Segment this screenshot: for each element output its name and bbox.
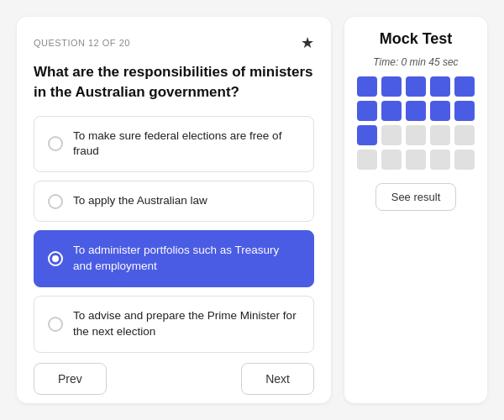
option-a[interactable]: To make sure federal elections are free … (34, 116, 314, 173)
see-result-button[interactable]: See result (375, 183, 457, 211)
grid-cell-19[interactable] (430, 150, 450, 170)
grid-cell-7[interactable] (381, 101, 402, 121)
grid-cell-8[interactable] (406, 101, 426, 121)
grid-cell-12[interactable] (381, 125, 402, 145)
question-label: Question 12 of 20 (34, 38, 130, 48)
option-c[interactable]: To administer portfolios such as Treasur… (34, 230, 314, 287)
option-text-c: To administer portfolios such as Treasur… (73, 243, 300, 275)
progress-grid (357, 76, 475, 170)
navigation-buttons: Prev Next (34, 363, 314, 395)
grid-cell-6[interactable] (357, 101, 377, 121)
mock-test-title: Mock Test (380, 30, 453, 48)
grid-cell-15[interactable] (454, 125, 475, 145)
next-button[interactable]: Next (241, 363, 314, 395)
grid-cell-10[interactable] (454, 101, 475, 121)
grid-cell-11[interactable] (357, 125, 377, 145)
mock-test-panel: Mock Test Time: 0 min 45 sec See result (344, 17, 487, 403)
grid-cell-5[interactable] (454, 76, 475, 97)
grid-cell-16[interactable] (357, 150, 377, 170)
grid-cell-17[interactable] (381, 150, 402, 170)
grid-cell-2[interactable] (381, 76, 402, 97)
option-b[interactable]: To apply the Australian law (34, 181, 314, 222)
grid-cell-3[interactable] (406, 76, 426, 97)
star-icon[interactable]: ★ (301, 34, 314, 52)
radio-circle-a (48, 136, 63, 151)
radio-circle-c (48, 251, 63, 266)
radio-circle-d (48, 317, 63, 332)
option-text-b: To apply the Australian law (73, 193, 207, 209)
options-list: To make sure federal elections are free … (34, 116, 314, 353)
option-text-d: To advise and prepare the Prime Minister… (73, 308, 300, 340)
grid-cell-20[interactable] (454, 150, 475, 170)
option-text-a: To make sure federal elections are free … (73, 129, 300, 160)
question-panel: Question 12 of 20 ★ What are the respons… (17, 17, 331, 403)
grid-cell-13[interactable] (406, 125, 426, 145)
prev-button[interactable]: Prev (34, 363, 107, 395)
question-text: What are the responsibilities of ministe… (34, 62, 314, 102)
grid-cell-9[interactable] (430, 101, 450, 121)
option-d[interactable]: To advise and prepare the Prime Minister… (34, 296, 314, 353)
radio-circle-b (48, 194, 63, 209)
question-header: Question 12 of 20 ★ (34, 34, 314, 52)
grid-cell-1[interactable] (357, 76, 377, 97)
grid-cell-18[interactable] (406, 150, 426, 170)
timer-text: Time: 0 min 45 sec (373, 56, 458, 68)
grid-cell-14[interactable] (430, 125, 450, 145)
grid-cell-4[interactable] (430, 76, 450, 97)
